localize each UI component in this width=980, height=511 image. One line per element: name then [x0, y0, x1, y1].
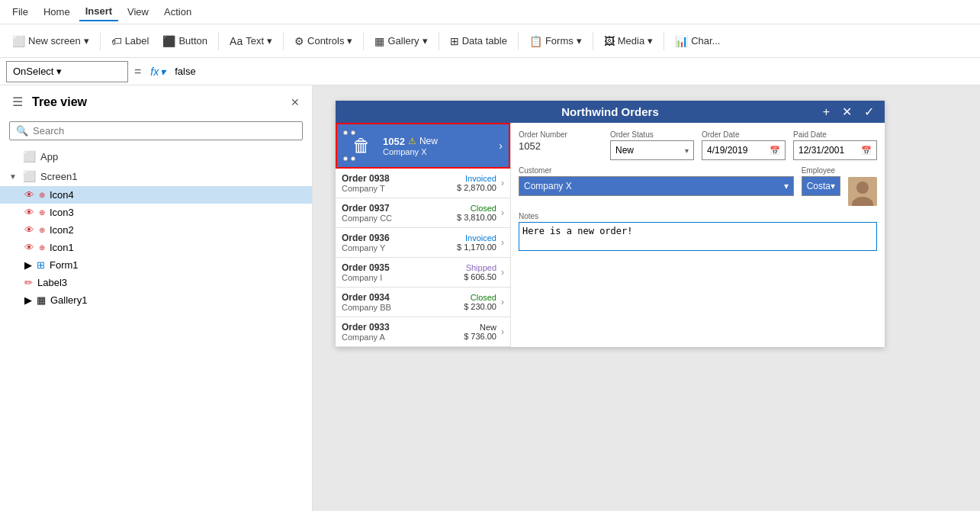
menu-home[interactable]: Home — [37, 3, 76, 21]
main-layout: ☰ Tree view ✕ 🔍 ⬜ App ▼ ⬜ Screen1 — [0, 85, 980, 511]
paid-date-field: Paid Date 12/31/2001 📅 — [793, 130, 877, 160]
order-number-field: Order Number 1052 — [519, 130, 602, 160]
app-body: 🗑 1052 ⚠ New — [336, 123, 885, 347]
search-box[interactable]: 🔍 — [9, 121, 303, 140]
button-icon: ⬛ — [162, 35, 175, 47]
icon2-eye-icon: 👁 — [24, 224, 34, 236]
menu-view[interactable]: View — [121, 3, 155, 21]
fx-chevron-icon: ▾ — [160, 66, 165, 78]
gallery-item-left-0: Order 0938 Company T — [342, 173, 452, 193]
forms-icon: 📋 — [529, 35, 542, 47]
property-dropdown[interactable]: OnSelect ▾ — [6, 61, 128, 82]
paid-date-input[interactable]: 12/31/2001 📅 — [793, 140, 877, 160]
customer-input[interactable]: Company X ▾ — [519, 176, 794, 196]
gallery-item-3[interactable]: Order 0935 Company I Shipped $ 606.50 › — [336, 258, 510, 288]
icon3-eye-icon: 👁 — [24, 207, 34, 218]
gallery-chevron-4: › — [501, 297, 504, 307]
data-table-button[interactable]: ⊞ Data table — [444, 32, 513, 50]
selected-order-company: Company X — [383, 147, 496, 156]
gallery-item-2[interactable]: Order 0936 Company Y Invoiced $ 1,170.00… — [336, 228, 510, 258]
controls-button[interactable]: ⚙ Controls ▾ — [288, 32, 358, 50]
detail-row-2: Customer Company X ▾ Employee Costa — [519, 166, 877, 206]
text-button[interactable]: Aa Text ▾ — [223, 32, 278, 50]
paid-date-calendar-icon[interactable]: 📅 — [861, 146, 872, 156]
customer-arrow: ▾ — [784, 181, 789, 191]
app-titlebar: Northwind Orders + ✕ ✓ — [336, 101, 885, 123]
new-screen-button[interactable]: ⬜ New screen ▾ — [6, 32, 95, 50]
charts-button[interactable]: 📊 Char... — [669, 32, 726, 50]
gallery-button[interactable]: ▦ Gallery ▾ — [368, 32, 433, 50]
tree-item-screen1[interactable]: ▼ ⬜ Screen1 — [0, 166, 312, 186]
sidebar-title: Tree view — [32, 95, 281, 109]
app-titlebar-actions: + ✕ ✓ — [818, 103, 879, 121]
gallery-panel: 🗑 1052 ⚠ New — [336, 123, 511, 347]
tree-item-app[interactable]: ⬜ App — [0, 146, 312, 166]
sidebar: ☰ Tree view ✕ 🔍 ⬜ App ▼ ⬜ Screen1 — [0, 85, 313, 511]
gallery-header-item[interactable]: 🗑 1052 ⚠ New — [336, 123, 510, 169]
hamburger-icon[interactable]: ☰ — [9, 92, 26, 112]
employee-arrow: ▾ — [831, 181, 835, 191]
gallery-chevron-5: › — [501, 326, 504, 337]
tree-item-icon3[interactable]: 👁 ⊕ Icon3 — [0, 204, 312, 221]
property-chevron-icon: ▾ — [56, 66, 62, 77]
order-date-calendar-icon[interactable]: 📅 — [770, 146, 780, 156]
label3-eye-icon: ✏ — [24, 277, 33, 288]
avatar-image — [848, 177, 877, 206]
tree-item-label3[interactable]: ✏ Label3 — [0, 274, 312, 291]
menu-insert[interactable]: Insert — [79, 2, 118, 21]
tree-item-icon4[interactable]: 👁 ⊕ Icon4 — [0, 186, 312, 204]
gallery-chevron-icon: ▾ — [423, 35, 428, 47]
menu-action[interactable]: Action — [158, 3, 198, 21]
charts-icon: 📊 — [675, 35, 688, 47]
order-status-input[interactable]: New ▾ — [610, 140, 694, 160]
notes-textarea[interactable] — [519, 222, 877, 251]
gallery-item-0[interactable]: Order 0938 Company T Invoiced $ 2,870.00… — [336, 169, 510, 198]
customer-field: Customer Company X ▾ — [519, 166, 794, 206]
gallery-item-right-0: Invoiced $ 2,870.00 — [457, 174, 496, 192]
employee-field: Employee Costa ▾ — [802, 166, 840, 196]
app-title: Northwind Orders — [561, 105, 659, 118]
text-icon: Aa — [230, 35, 243, 47]
gallery-item-4[interactable]: Order 0934 Company BB Closed $ 230.00 › — [336, 288, 510, 317]
divider-2 — [218, 32, 219, 50]
app-close-button[interactable]: ✕ — [837, 103, 856, 121]
app-add-button[interactable]: + — [818, 103, 834, 121]
menu-file[interactable]: File — [6, 3, 34, 21]
gallery-chevron-2: › — [501, 237, 504, 248]
gallery-icon: ▦ — [374, 35, 384, 47]
media-icon: 🖼 — [604, 35, 615, 47]
gallery-chevron-0: › — [501, 178, 504, 188]
tree-item-gallery1[interactable]: ▶ ▦ Gallery1 — [0, 291, 312, 309]
menu-bar: File Home Insert View Action — [0, 0, 980, 24]
detail-row-1: Order Number 1052 Order Status New ▾ Ord… — [519, 130, 877, 160]
media-button[interactable]: 🖼 Media ▾ — [598, 32, 659, 50]
formula-input[interactable] — [172, 66, 974, 77]
label-button[interactable]: 🏷 Label — [105, 32, 156, 50]
selected-order-info: 1052 ⚠ New Company X — [383, 136, 496, 156]
formula-bar: OnSelect ▾ = fx ▾ — [0, 58, 980, 85]
fx-button[interactable]: fx ▾ — [147, 66, 169, 78]
sidebar-close-button[interactable]: ✕ — [288, 93, 303, 111]
new-screen-icon: ⬜ — [12, 35, 25, 47]
button-button[interactable]: ⬛ Button — [156, 32, 214, 50]
employee-input[interactable]: Costa ▾ — [802, 176, 840, 196]
app-icon: ⬜ — [23, 150, 36, 162]
order-date-input[interactable]: 4/19/2019 📅 — [702, 140, 786, 160]
tree-item-icon2[interactable]: 👁 ⊕ Icon2 — [0, 221, 312, 239]
icon4-eye-icon: 👁 — [24, 189, 34, 201]
svg-point-1 — [856, 182, 869, 194]
app-check-button[interactable]: ✓ — [860, 103, 879, 121]
icon2-label: Icon2 — [50, 224, 74, 236]
gallery-item-5[interactable]: Order 0933 Company A New $ 736.00 › — [336, 317, 510, 347]
tree-item-icon1[interactable]: 👁 ⊕ Icon1 — [0, 239, 312, 256]
notes-field: Notes — [519, 212, 877, 253]
detail-panel: Order Number 1052 Order Status New ▾ Ord… — [511, 123, 885, 347]
forms-chevron-icon: ▾ — [577, 35, 582, 47]
forms-button[interactable]: 📋 Forms ▾ — [523, 32, 588, 50]
search-input[interactable] — [33, 125, 296, 137]
screen1-expand-icon: ▼ — [9, 172, 18, 181]
gallery-item-1[interactable]: Order 0937 Company CC Closed $ 3,810.00 … — [336, 198, 510, 228]
gallery1-expand-icon: ▶ — [24, 294, 32, 306]
tree-item-form1[interactable]: ▶ ⊞ Form1 — [0, 256, 312, 274]
divider-8 — [664, 32, 664, 50]
